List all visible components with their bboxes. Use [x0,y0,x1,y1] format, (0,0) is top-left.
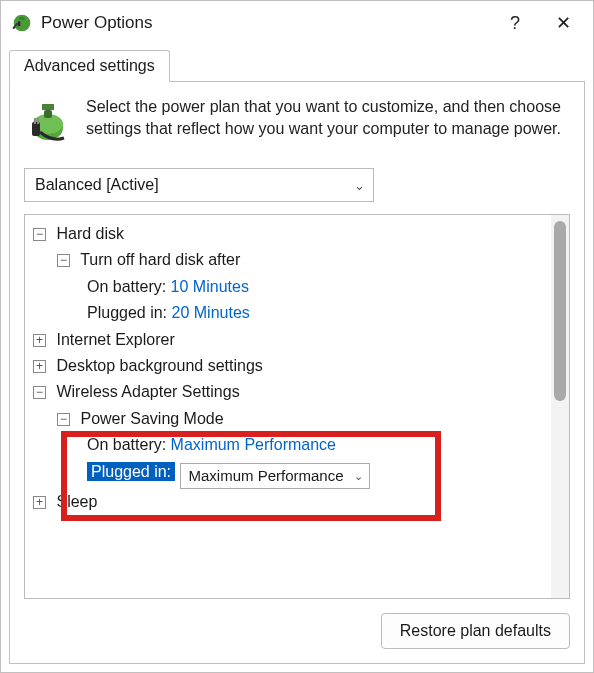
setting-value[interactable]: 20 Minutes [172,304,250,321]
expand-icon[interactable]: + [33,334,46,347]
setting-value[interactable]: 10 Minutes [171,278,249,295]
collapse-icon[interactable]: − [57,254,70,267]
setting-label: Plugged in: [87,304,167,321]
tree-label: Desktop background settings [56,357,262,374]
collapse-icon[interactable]: − [33,228,46,241]
svg-rect-8 [34,118,36,124]
setting-label: On battery: [87,278,166,295]
tree-scrollbar[interactable] [551,215,569,598]
help-icon: ? [510,13,520,34]
close-button[interactable]: ✕ [539,3,587,43]
tab-panel: Select the power plan that you want to c… [9,81,585,664]
tree-item-sleep[interactable]: + Sleep [33,489,547,515]
setting-value[interactable]: Maximum Performance [171,436,336,453]
help-button[interactable]: ? [491,3,539,43]
svg-rect-1 [20,17,25,20]
tree-label: Hard disk [56,225,124,242]
svg-rect-2 [18,21,20,26]
power-plan-icon [24,98,72,146]
tab-advanced-settings[interactable]: Advanced settings [9,50,170,82]
tree-label: Internet Explorer [56,331,174,348]
tree-item-hd-plugged-in[interactable]: Plugged in: 20 Minutes [33,300,547,326]
tree-item-power-saving-mode[interactable]: − Power Saving Mode [33,406,547,432]
setting-label-selected: Plugged in: [87,462,175,481]
scrollbar-thumb[interactable] [554,221,566,401]
collapse-icon[interactable]: − [33,386,46,399]
wifi-plugged-in-select[interactable]: Maximum Performance ⌄ [180,463,370,489]
expand-icon[interactable]: + [33,360,46,373]
window-title: Power Options [41,13,491,33]
tree-item-hard-disk[interactable]: − Hard disk [33,221,547,247]
tree-item-hd-on-battery[interactable]: On battery: 10 Minutes [33,274,547,300]
tab-strip: Advanced settings [1,45,593,81]
select-value: Maximum Performance [189,464,344,489]
dialog-buttons: Restore plan defaults [24,599,570,649]
power-options-icon [11,12,33,34]
setting-label: On battery: [87,436,166,453]
svg-rect-6 [44,110,52,118]
titlebar: Power Options ? ✕ [1,1,593,45]
tree-item-wifi-on-battery[interactable]: On battery: Maximum Performance [33,432,547,458]
tree-item-wireless-adapter[interactable]: − Wireless Adapter Settings [33,379,547,405]
tab-label: Advanced settings [24,57,155,74]
tree-label: Power Saving Mode [80,410,223,427]
svg-rect-7 [32,122,40,136]
power-plan-selected: Balanced [Active] [35,176,159,194]
tree-label: Sleep [56,493,97,510]
expand-icon[interactable]: + [33,496,46,509]
tree-item-turn-off-hard-disk[interactable]: − Turn off hard disk after [33,247,547,273]
button-label: Restore plan defaults [400,622,551,639]
tree-item-internet-explorer[interactable]: + Internet Explorer [33,327,547,353]
tree-label: Turn off hard disk after [80,251,240,268]
svg-rect-9 [37,118,39,124]
settings-tree: − Hard disk − Turn off hard disk after O… [25,215,551,598]
close-icon: ✕ [556,12,571,34]
chevron-down-icon: ⌄ [354,467,363,485]
collapse-icon[interactable]: − [57,413,70,426]
power-options-dialog: Power Options ? ✕ Advanced settings [0,0,594,673]
tree-item-wifi-plugged-in[interactable]: Plugged in: Maximum Performance ⌄ [33,459,547,489]
settings-tree-container: − Hard disk − Turn off hard disk after O… [24,214,570,599]
power-plan-select[interactable]: Balanced [Active] ⌄ [24,168,374,202]
tree-item-desktop-background[interactable]: + Desktop background settings [33,353,547,379]
svg-rect-5 [42,104,54,110]
chevron-down-icon: ⌄ [354,178,365,193]
intro-text: Select the power plan that you want to c… [86,96,570,146]
tree-label: Wireless Adapter Settings [56,383,239,400]
intro-section: Select the power plan that you want to c… [24,96,570,146]
restore-defaults-button[interactable]: Restore plan defaults [381,613,570,649]
